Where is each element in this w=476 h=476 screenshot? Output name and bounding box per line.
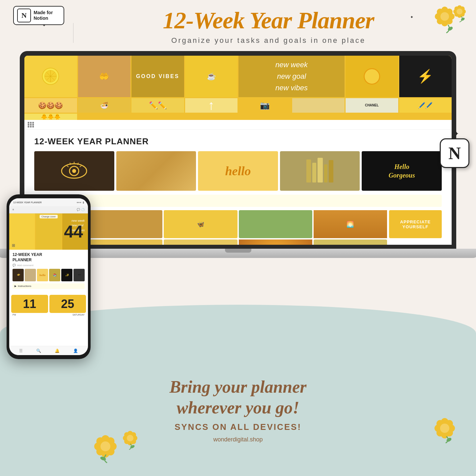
phone-banner: Change cover new week new goal new vibes… [9,213,88,250]
banner-cell-blank [292,98,345,113]
phone-gallery-gorgeous: ✨ [61,269,72,281]
phone-minute-box: 25 [49,295,86,313]
phone-icons: ●●● ▮ [77,201,84,204]
title-block: 12-Week Year Planner Organize your tasks… [74,6,463,45]
phone-gallery: 👁 hello 📚 ✨ ⋯ [13,269,85,281]
header: N Made for Notion 12-Week Year Planner O… [0,0,476,51]
bring-text: Bring your planner wherever you go! [0,377,476,418]
phone-screen: 12-WEEK YEAR PLANNER ●●● ▮ ≡ 💬 🕐 [9,198,88,355]
bottom-gallery-grid: 🦋 🌅 👜 ☕ 📷 [89,210,387,245]
phone-instructions[interactable]: ▶ Instructions [13,283,85,289]
phone-status-bar: 12-WEEK YEAR PLANNER ●●● ▮ [9,198,88,206]
phone-minute: 25 [61,297,74,311]
banner-cell-hands: 🤲 [78,56,131,97]
banner-cell-cup: ☕ [185,56,238,97]
gallery-item-hello: hello [198,151,278,191]
phone-grid-icon: ⊞ [12,243,15,248]
phone-mockup: 12-WEEK YEAR PLANNER ●●● ▮ ≡ 💬 🕐 [7,194,91,359]
banner-cell-arrow: ↑ [185,98,238,113]
comment-plus-icon: 💬 [13,264,16,267]
bg-item-5: 👜 [89,239,162,245]
banner-cell-bowl: 🍜 [78,98,131,113]
gallery-item-gorgeous: HelloGorgeous [362,151,442,191]
svg-line-62 [67,166,69,167]
toolbar-row [24,120,452,130]
phone-outer: 12-WEEK YEAR PLANNER ●●● ▮ ≡ 💬 🕐 [7,194,91,359]
bg-item-7 [239,239,312,245]
phone-gallery-knit [25,269,36,281]
gallery-row: hello HelloGorgeous [34,151,442,191]
phone-ampm: PM [13,314,16,316]
instructions-row[interactable]: ▶ Instructions [34,195,442,207]
banner-cell-lightning: ⚡ [399,56,452,97]
bg-item-coffee: ☕ [164,239,237,245]
user-icon[interactable]: 👤 [73,349,78,353]
banner-cell-lemon [24,56,77,97]
phone-hour: 11 [23,297,36,311]
banner-line3: new vibes [275,82,308,94]
gallery-item-eye [34,151,114,191]
phone-time-labels: PM SATURDAY [11,313,86,317]
menu-icon[interactable]: ☰ [19,349,23,353]
banner-line2: new goal [277,70,306,82]
banner-cell-ducks: 🐥🐥🐥 [24,114,77,120]
battery-icon: ▮ [83,201,84,204]
comment-icon: 💬 [77,208,80,211]
banner-cell-circle [346,56,398,97]
phone-content: 12-WEEK YEAR PLANNER 💬 Add comment 👁 hel… [9,250,88,294]
wifi-icon: ●●● [77,201,82,204]
banner-cell-pencils: ✏️✏️ [131,98,184,113]
banner-cell-macarons: 🍪🍪🍪 [24,98,77,113]
notion-big-icon: N [440,138,469,168]
phone-banner-2 [36,213,61,250]
phone-add-comment[interactable]: 💬 Add comment [13,264,85,267]
bg-item-camera: 📷 [314,239,387,245]
laptop-notch [225,249,251,253]
phone-hour-box: 11 [11,295,48,313]
search-icon[interactable]: 🔍 [36,349,41,353]
bottom-text-section: Bring your planner wherever you go! SYNC… [0,377,476,443]
phone-gallery-books: 📚 [49,269,60,281]
phone-instr-arrow: ▶ [14,285,16,288]
appreciate-box: APPRECIATE YOURSELF [389,210,442,238]
banner-line1: new week [275,59,308,70]
bg-item-butterfly: 🦋 [164,210,237,238]
notion-icon: N [17,9,31,22]
screen-page-title: 12-WEEK YEAR PLANNER [34,136,442,147]
banner-text: new week new goal new vibes [238,56,345,97]
phone-day: SATURDAY [72,314,85,316]
phone-gallery-extra: ⋯ [73,269,85,281]
phone-header-icons: 💬 🕐 [77,208,85,211]
phone-time-boxes: 11 25 [11,295,86,313]
clock-icon: 🕐 [81,208,85,211]
subtitle: Organize your tasks and goals in one pla… [74,36,463,45]
gallery-item-knit [116,151,196,191]
screen-banner: 🤲 GOOD VIBES ☕ new week new goal new vib… [24,56,452,120]
website-text: wonderdigital.shop [0,436,476,443]
phone-page-title: 12-WEEK YEAR PLANNER [13,252,85,263]
main-title: 12-Week Year Planner [74,8,463,34]
banner-cell-camera: 📷 [238,98,291,113]
banner-cell-chanel: CHANEL [346,98,398,113]
phone-status-text: 12-WEEK YEAR PLANNER [13,201,42,204]
bg-item-1 [89,210,162,238]
phone-time-area: 11 25 PM SATURDAY [9,295,88,317]
grid-icon [28,122,34,127]
gallery-item-books [280,151,360,191]
phone-number: 44 [64,223,83,240]
bg-item-4: 🌅 [314,210,387,238]
syncs-text: SYNCS ON ALL DEVICES! [0,422,476,432]
phone-gallery-eye: 👁 [13,269,24,281]
bottom-gallery: yellowaesthetic 🦋 🌅 👜 ☕ [34,210,442,245]
phone-header: ≡ 💬 🕐 [9,206,88,213]
svg-point-58 [72,169,76,173]
change-cover-btn[interactable]: Change cover [40,215,58,218]
notion-badge-text: Made for Notion [34,10,53,21]
phone-bottom-bar: ☰ 🔍 🔔 👤 [9,346,88,355]
notion-badge: N Made for Notion [13,6,64,25]
phone-header-label: ≡ [13,208,14,211]
bell-icon[interactable]: 🔔 [55,349,60,353]
banner-cell-goodvibes: GOOD VIBES [131,56,184,97]
phone-gallery-hello: hello [37,269,48,281]
bg-item-3 [239,210,312,238]
